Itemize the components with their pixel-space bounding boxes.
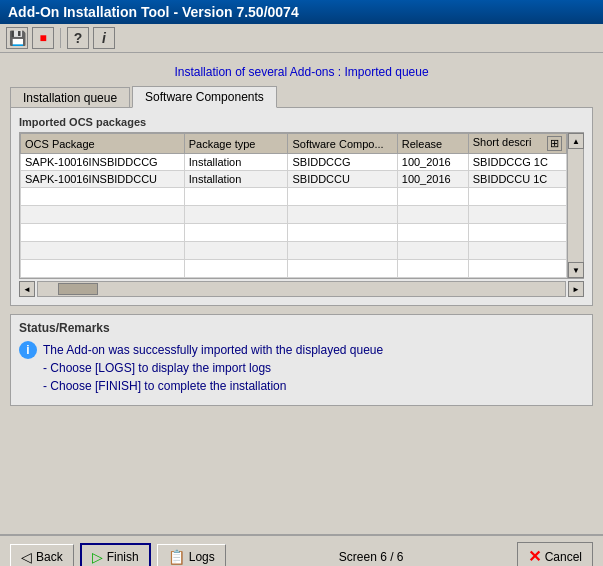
help-icon[interactable]: ? [67, 27, 89, 49]
scroll-down-button[interactable]: ▼ [568, 262, 584, 278]
info-circle-icon: i [19, 341, 37, 359]
title-bar: Add-On Installation Tool - Version 7.50/… [0, 0, 603, 24]
title-text: Add-On Installation Tool - Version 7.50/… [8, 4, 299, 20]
logs-label: Logs [189, 550, 215, 564]
column-sort-icon[interactable]: ⊞ [547, 136, 562, 151]
tab-software-components[interactable]: Software Components [132, 86, 277, 108]
logs-icon: 📋 [168, 549, 185, 565]
status-message-row: i The Add-on was successfully imported w… [19, 341, 584, 395]
table-row-empty [21, 224, 567, 242]
table-row-empty [21, 206, 567, 224]
screen-info: Screen 6 / 6 [232, 550, 511, 564]
col-header-release: Release [397, 134, 468, 154]
tab-installation-queue[interactable]: Installation queue [10, 87, 130, 108]
table-row: SAPK-10016INSBIDDCCG Installation SBIDDC… [21, 154, 567, 171]
cell-package-type: Installation [184, 154, 288, 171]
col-header-software-comp: Software Compo... [288, 134, 397, 154]
col-header-short-descr: Short descri ⊞ [468, 134, 566, 154]
status-message-1: The Add-on was successfully imported wit… [43, 341, 383, 395]
save-icon[interactable]: 💾 [6, 27, 28, 49]
cell-short-descr: SBIDDCCG 1C [468, 154, 566, 171]
col-header-package-type: Package type [184, 134, 288, 154]
cell-software-comp: SBIDDCCG [288, 154, 397, 171]
scroll-thumb[interactable] [58, 283, 98, 295]
table-row-empty [21, 242, 567, 260]
horizontal-scrollbar: ◄ ► [19, 281, 584, 297]
cell-release: 100_2016 [397, 154, 468, 171]
main-wrapper: Installation of several Add-ons : Import… [0, 53, 603, 566]
scroll-left-button[interactable]: ◄ [19, 281, 35, 297]
back-icon: ◁ [21, 549, 32, 565]
logs-button[interactable]: 📋 Logs [157, 544, 226, 567]
subtitle-text: Installation of several Add-ons : Import… [10, 65, 593, 79]
toolbar: 💾 ■ ? i [0, 24, 603, 53]
scroll-right-button[interactable]: ► [568, 281, 584, 297]
status-area: Status/Remarks i The Add-on was successf… [10, 314, 593, 406]
scroll-up-button[interactable]: ▲ [568, 133, 584, 149]
finish-label: Finish [107, 550, 139, 564]
status-title: Status/Remarks [19, 321, 584, 335]
col-header-ocs-package: OCS Package [21, 134, 185, 154]
table-row: SAPK-10016INSBIDDCCU Installation SBIDDC… [21, 171, 567, 188]
tabs-container: Installation queue Software Components [10, 85, 593, 107]
cell-software-comp: SBIDDCCU [288, 171, 397, 188]
table-row-empty [21, 260, 567, 278]
table-row-empty [21, 188, 567, 206]
back-label: Back [36, 550, 63, 564]
cancel-label: Cancel [545, 550, 582, 564]
main-content: Installation of several Add-ons : Import… [0, 53, 603, 412]
main-panel: Imported OCS packages OCS Package Packag… [10, 107, 593, 306]
section-label: Imported OCS packages [19, 116, 584, 128]
finish-icon: ▷ [92, 549, 103, 565]
scroll-track[interactable] [37, 281, 566, 297]
toolbar-separator [60, 28, 61, 48]
cell-ocs-package: SAPK-10016INSBIDDCCG [21, 154, 185, 171]
footer: ◁ Back ▷ Finish 📋 Logs Screen 6 / 6 ✕ Ca… [0, 534, 603, 566]
cell-short-descr: SBIDDCCU 1C [468, 171, 566, 188]
info-icon[interactable]: i [93, 27, 115, 49]
cell-package-type: Installation [184, 171, 288, 188]
cancel-icon: ✕ [528, 547, 541, 566]
stop-icon[interactable]: ■ [32, 27, 54, 49]
data-table: OCS Package Package type Software Compo.… [20, 133, 567, 278]
cancel-button[interactable]: ✕ Cancel [517, 542, 593, 566]
cell-ocs-package: SAPK-10016INSBIDDCCU [21, 171, 185, 188]
cell-release: 100_2016 [397, 171, 468, 188]
finish-button[interactable]: ▷ Finish [80, 543, 151, 567]
back-button[interactable]: ◁ Back [10, 544, 74, 567]
